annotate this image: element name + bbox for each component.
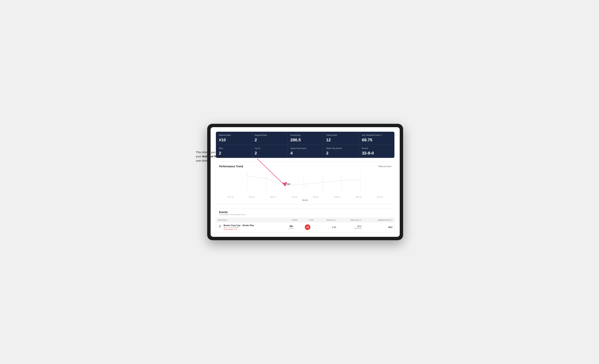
col-total-points: Total Points i bbox=[338, 218, 363, 222]
event-name-cell: 🏌 Buster Cozy Cup – Stroke Play Oct 9 - … bbox=[216, 222, 283, 232]
chart-x-label: Months bbox=[219, 199, 391, 201]
stat-regional-rank: Regional Rank 2 bbox=[252, 132, 287, 145]
col-event-name: Event Name bbox=[216, 218, 283, 222]
events-title: Events bbox=[219, 211, 391, 214]
month-dec23: DEC 23 bbox=[263, 196, 284, 198]
total-points-cell: 28.3 3 Rounds bbox=[338, 222, 363, 232]
rank-direction-icon: ▼ bbox=[236, 228, 237, 230]
stats-row-2: Wins 2 Top 3s 2 Stroke Play Events 4 M bbox=[216, 145, 395, 158]
perf-title: Performance Trend bbox=[219, 165, 243, 168]
total-points-info-icon: i bbox=[359, 219, 361, 221]
stat-scoring-avg: Scoring Avg. 286.5 bbox=[287, 132, 323, 145]
tooltip-line2: your National Rank trend over time bbox=[196, 155, 228, 162]
month-feb24: FEB 24 bbox=[305, 196, 326, 198]
events-last-updated: Last updated: 24th November 2023 bbox=[219, 214, 391, 215]
outer-wrapper: This shows you your National Rank trend … bbox=[196, 124, 403, 240]
rank-impact: Rank Impact: 3 ▼ bbox=[224, 228, 254, 230]
events-table-header: Event Name Position Score Event SG i Tot… bbox=[216, 218, 394, 222]
tablet-frame: National Rank #10 Regional Rank 2 Scorin… bbox=[207, 124, 403, 240]
perf-header: Performance Trend National Rank bbox=[219, 165, 391, 168]
stat-stroke-play: Stroke Play Events 4 bbox=[287, 145, 323, 158]
chart-area: #10 bbox=[219, 170, 391, 195]
tablet-screen: National Rank #10 Regional Rank 2 Scorin… bbox=[211, 127, 400, 237]
month-nov23: NOV 23 bbox=[241, 196, 262, 198]
col-position: Position bbox=[283, 218, 300, 222]
position-cell: 6th out of 7 bbox=[283, 222, 300, 232]
stat-match-play: Match Play Events 2 bbox=[323, 145, 359, 158]
table-row: 🏌 Buster Cozy Cup – Stroke Play Oct 9 - … bbox=[216, 222, 394, 232]
stat-total-rounds: Total Rounds 12 bbox=[323, 132, 359, 145]
month-oct23: OCT 23 bbox=[220, 196, 241, 198]
events-header: Events Last updated: 24th November 2023 bbox=[216, 208, 394, 218]
performance-chart: #10 bbox=[219, 170, 391, 195]
stats-grid: National Rank #10 Regional Rank 2 Scorin… bbox=[216, 132, 395, 158]
stat-top3s: Top 3s 2 bbox=[252, 145, 287, 158]
col-score: Score bbox=[300, 218, 315, 222]
stat-national-rank: National Rank #10 bbox=[216, 132, 252, 145]
col-weighted-points: Weighted Points i bbox=[363, 218, 394, 222]
event-date: Oct 9 - Oct 10, 2023 bbox=[224, 226, 254, 228]
month-apr24: APR 24 bbox=[348, 196, 369, 198]
stats-row-1: National Rank #10 Regional Rank 2 Scorin… bbox=[216, 132, 395, 145]
event-icon: 🏌 bbox=[218, 224, 222, 228]
score-badge: -22 bbox=[305, 224, 310, 230]
month-mar24: MAR 24 bbox=[326, 196, 348, 198]
events-table: Event Name Position Score Event SG i Tot… bbox=[216, 218, 394, 232]
tooltip-line1: This shows you bbox=[196, 151, 215, 154]
stat-avg-weighted: Avg. Weighted Points i 68.75 bbox=[359, 132, 395, 145]
screen-content: National Rank #10 Regional Rank 2 Scorin… bbox=[211, 127, 400, 237]
chart-months: OCT 23 NOV 23 DEC 23 JAN 24 FEB 24 MAR 2… bbox=[219, 196, 391, 198]
event-sg-info-icon: i bbox=[334, 219, 336, 221]
month-jan24: JAN 24 bbox=[284, 196, 305, 198]
tooltip-annotation: This shows you your National Rank trend … bbox=[196, 150, 230, 163]
current-rank-label: #10 bbox=[287, 183, 290, 185]
stat-record: Record 32-8-0 bbox=[359, 145, 395, 158]
avg-weighted-info-icon: i bbox=[380, 134, 382, 136]
event-sg-cell: 0.45 bbox=[316, 222, 338, 232]
score-cell: -22 bbox=[300, 222, 315, 232]
month-may24: MAY 24 bbox=[369, 196, 390, 198]
event-name: Buster Cozy Cup – Stroke Play bbox=[224, 224, 254, 226]
avg-weighted-label: Avg. Weighted Points i bbox=[362, 134, 391, 136]
weighted-points-info-icon: i bbox=[390, 219, 392, 221]
performance-section: Performance Trend National Rank bbox=[216, 162, 395, 204]
events-section: Events Last updated: 24th November 2023 … bbox=[216, 208, 395, 232]
current-rank-dot bbox=[284, 184, 286, 186]
perf-subtitle: National Rank bbox=[378, 165, 391, 168]
weighted-points-cell: 28.3 bbox=[363, 222, 394, 232]
col-event-sg: Event SG i bbox=[316, 218, 338, 222]
